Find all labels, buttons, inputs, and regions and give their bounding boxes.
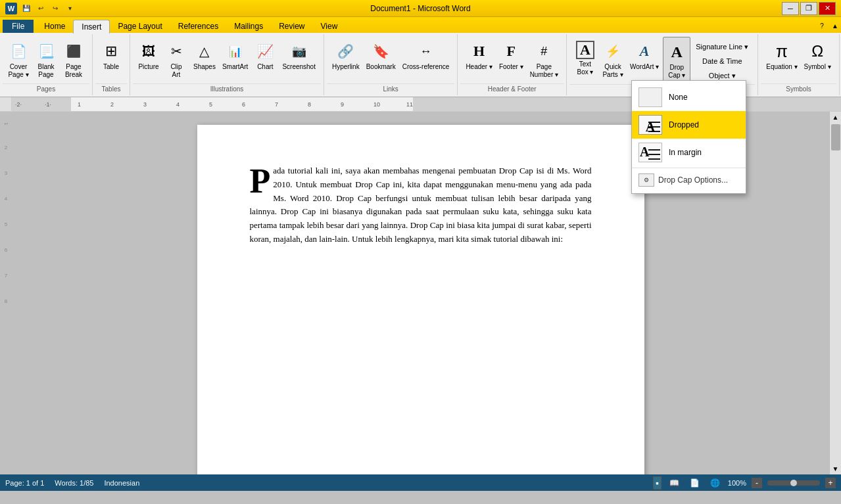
ribbon-collapse-btn[interactable]: ▲ <box>829 20 841 32</box>
view-normal-btn[interactable]: ▪ <box>653 476 661 490</box>
bookmark-btn[interactable]: 🔖 Bookmark <box>364 37 398 81</box>
links-group-label: Links <box>327 83 454 94</box>
menu-divider <box>632 168 746 168</box>
dropcap-inmargin-item[interactable]: A ▬▬▬▬▬▬▬▬▬ In margin <box>632 139 746 166</box>
zoom-out-btn[interactable]: - <box>752 478 762 488</box>
redo-qa-btn[interactable]: ↪ <box>49 2 62 15</box>
window-controls: ─ ❐ ✕ <box>782 2 836 15</box>
footer-btn[interactable]: F Footer ▾ <box>496 37 526 81</box>
save-qa-btn[interactable]: 💾 <box>20 2 33 15</box>
ribbon-group-header-footer: H Header ▾ F Footer ▾ # PageNumber ▾ Hea… <box>458 34 567 95</box>
drop-cap-btn[interactable]: A DropCap ▾ <box>663 37 690 81</box>
cross-reference-icon: ↔ <box>416 41 437 62</box>
header-btn[interactable]: H Header ▾ <box>463 37 495 81</box>
cross-reference-btn[interactable]: ↔ Cross-reference <box>400 37 452 81</box>
drop-cap-dropdown: None A ▬▬▬▬▬▬▬▬▬ Dropped A ▬▬▬▬▬▬▬▬▬ In … <box>631 80 746 194</box>
shapes-btn[interactable]: △ Shapes <box>191 37 218 81</box>
text-box-btn[interactable]: A TextBox ▾ <box>572 37 598 81</box>
wordart-btn[interactable]: A WordArt ▾ <box>627 37 661 81</box>
customize-qa-btn[interactable]: ▾ <box>63 2 76 15</box>
help-btn[interactable]: ? <box>816 20 828 32</box>
page-number-btn[interactable]: # PageNumber ▾ <box>527 37 561 81</box>
undo-qa-btn[interactable]: ↩ <box>34 2 47 15</box>
svg-text:·2·: ·2· <box>15 101 22 108</box>
text-box-icon: A <box>576 41 594 59</box>
tables-group-label: Tables <box>95 83 127 94</box>
blank-page-btn[interactable]: 📃 BlankPage <box>33 37 59 81</box>
svg-text:4: 4 <box>176 101 180 108</box>
dropcap-dropped-icon: A ▬▬▬▬▬▬▬▬▬ <box>638 115 662 135</box>
language-info: Indonesian <box>104 479 139 487</box>
tab-references[interactable]: References <box>170 20 226 33</box>
scroll-down-btn[interactable]: ▼ <box>830 463 841 474</box>
drop-cap-icon: A <box>666 41 687 62</box>
dropcap-none-icon <box>638 87 662 107</box>
dropcap-dropped-item[interactable]: A ▬▬▬▬▬▬▬▬▬ Dropped <box>632 111 746 139</box>
clip-art-btn[interactable]: ✂ ClipArt <box>163 37 189 81</box>
clip-art-icon: ✂ <box>166 41 187 62</box>
right-scrollbar[interactable]: ▲ ▼ <box>829 112 841 474</box>
dropcap-none-item[interactable]: None <box>632 83 746 111</box>
tab-page-layout[interactable]: Page Layout <box>110 20 170 33</box>
dropcap-inmargin-icon: A ▬▬▬▬▬▬▬▬▬ <box>638 143 662 162</box>
svg-text:5: 5 <box>209 101 212 108</box>
scroll-thumb[interactable] <box>831 124 840 150</box>
dropcap-options-item[interactable]: ⚙ Drop Cap Options... <box>632 170 746 191</box>
svg-text:3: 3 <box>143 101 147 108</box>
scroll-up-btn[interactable]: ▲ <box>830 112 841 123</box>
page-break-icon: ⬛ <box>63 41 84 62</box>
view-reading-btn[interactable]: 📖 <box>667 478 682 488</box>
chart-icon: 📈 <box>254 41 276 62</box>
ribbon-group-links: 🔗 Hyperlink 🔖 Bookmark ↔ Cross-reference… <box>324 34 458 95</box>
dropcap-options-icon: ⚙ <box>638 173 654 187</box>
bookmark-icon: 🔖 <box>370 41 391 62</box>
table-btn[interactable]: ⊞ Table <box>98 37 124 81</box>
title-left: W 💾 ↩ ↪ ▾ <box>5 2 76 15</box>
ruler-corner <box>0 97 12 111</box>
tab-file[interactable]: File <box>3 20 34 33</box>
svg-text:6: 6 <box>242 101 245 108</box>
tab-home[interactable]: Home <box>36 20 73 33</box>
header-icon: H <box>469 41 490 62</box>
word-icon: W <box>5 3 17 14</box>
svg-text:10: 10 <box>373 101 380 108</box>
cover-page-btn[interactable]: 📄 CoverPage ▾ <box>5 37 32 81</box>
svg-text:9: 9 <box>341 101 344 108</box>
svg-rect-2 <box>413 97 841 111</box>
quick-parts-icon: ⚡ <box>602 41 623 62</box>
quick-parts-btn[interactable]: ⚡ QuickParts ▾ <box>600 37 626 81</box>
symbol-btn[interactable]: Ω Symbol ▾ <box>802 37 834 81</box>
date-time-btn[interactable]: Date & Time <box>692 54 752 68</box>
pages-group-label: Pages <box>3 83 89 94</box>
signature-line-btn[interactable]: Signature Line ▾ <box>692 39 752 54</box>
zoom-in-btn[interactable]: + <box>825 478 836 488</box>
page-break-btn[interactable]: ⬛ PageBreak <box>60 37 87 81</box>
chart-btn[interactable]: 📈 Chart <box>252 37 278 81</box>
cover-page-icon: 📄 <box>8 41 29 62</box>
close-btn[interactable]: ✕ <box>819 2 836 15</box>
table-icon: ⊞ <box>101 41 122 62</box>
tab-view[interactable]: View <box>313 20 346 33</box>
picture-icon: 🖼 <box>138 41 159 62</box>
tab-insert[interactable]: Insert <box>73 20 110 34</box>
svg-text:1: 1 <box>78 101 81 108</box>
hyperlink-btn[interactable]: 🔗 Hyperlink <box>329 37 362 81</box>
illustrations-group-label: Illustrations <box>133 83 321 94</box>
ribbon-group-pages: 📄 CoverPage ▾ 📃 BlankPage ⬛ PageBreak Pa… <box>0 34 93 95</box>
ribbon-tab-bar: File Home Insert Page Layout References … <box>0 17 841 33</box>
page-info: Page: 1 of 1 <box>5 479 44 487</box>
tab-mailings[interactable]: Mailings <box>226 20 271 33</box>
document-body: ada tutorial kali ini, saya akan membaha… <box>250 166 592 244</box>
equation-icon: π <box>771 41 792 62</box>
screenshot-btn[interactable]: 📷 Screenshot <box>279 37 318 81</box>
smartart-btn[interactable]: 📊 SmartArt <box>220 37 251 81</box>
view-web-btn[interactable]: 🌐 <box>708 478 723 488</box>
drop-cap-letter: P <box>250 167 271 196</box>
equation-btn[interactable]: π Equation ▾ <box>763 37 800 81</box>
zoom-slider[interactable] <box>767 480 820 486</box>
picture-btn[interactable]: 🖼 Picture <box>135 37 162 81</box>
view-print-btn[interactable]: 📄 <box>687 478 702 488</box>
restore-btn[interactable]: ❐ <box>800 2 817 15</box>
minimize-btn[interactable]: ─ <box>782 2 799 15</box>
tab-review[interactable]: Review <box>271 20 312 33</box>
